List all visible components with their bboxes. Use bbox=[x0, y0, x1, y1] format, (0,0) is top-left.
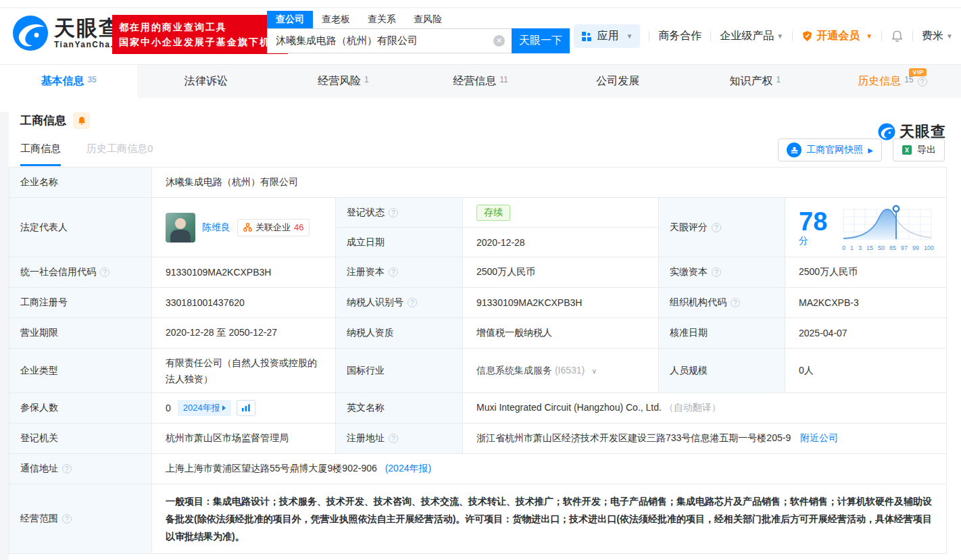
table-row: 参保人数 0 2024年报 bbox=[9, 393, 947, 424]
reg-no-value: 330181001437620 bbox=[152, 288, 336, 318]
reg-no-label: 工商注册号 bbox=[9, 288, 152, 318]
enterprise-products-menu[interactable]: 企业级产品 ▼ bbox=[720, 29, 783, 43]
legal-rep-name-link[interactable]: 陈维良 bbox=[202, 222, 230, 234]
reg-capital-value: 2500万人民币 bbox=[463, 257, 659, 288]
company-name-label: 企业名称 bbox=[9, 168, 152, 198]
english-name-value: Muxi Integrated Circuit (Hangzhou) Co., … bbox=[463, 393, 947, 424]
tab-label: 基本信息 bbox=[41, 74, 84, 88]
vip-badge: VIP bbox=[909, 68, 927, 76]
table-row: 通信地址? 上海上海市黄浦区望达路55号鼎博大厦9楼902-906 (2024年… bbox=[9, 454, 947, 484]
help-icon[interactable]: ? bbox=[408, 298, 417, 307]
tianyancha-logo-icon bbox=[12, 15, 49, 51]
help-icon[interactable]: ? bbox=[731, 298, 740, 307]
official-snapshot-button[interactable]: 工商官网快照 ▶ bbox=[778, 138, 882, 161]
tab-operating-info[interactable]: 经营信息 11 bbox=[412, 65, 549, 98]
help-icon[interactable]: ? bbox=[389, 268, 398, 277]
taxpayer-quali-value: 增值税一般纳税人 bbox=[463, 318, 659, 349]
business-info-section: 工商信息 天眼查 工商信息 历史工商信息0 bbox=[0, 112, 961, 554]
reg-capital-label: 注册资本? bbox=[336, 257, 463, 288]
tab-history-info[interactable]: VIP 历史信息 15 ? bbox=[824, 65, 961, 98]
arrow-right-icon bbox=[222, 405, 226, 411]
score-marker-pin bbox=[893, 206, 899, 211]
search-tab-relation[interactable]: 查关系 bbox=[359, 11, 405, 28]
arrow-right-icon: ▶ bbox=[868, 147, 873, 154]
company-section-tabs: 基本信息 35 法律诉讼 经营风险 1 经营信息 11 公司发展 知识产权 1 … bbox=[0, 64, 961, 98]
nav-divider bbox=[881, 31, 882, 41]
left-gutter bbox=[0, 112, 9, 560]
tyc-score-cell[interactable]: 78 分 bbox=[785, 198, 947, 257]
table-row: 法定代表人 陈维良 关联企业 46 bbox=[9, 198, 947, 228]
staff-size-value: 0人 bbox=[785, 349, 947, 393]
table-row: 企业名称 沐曦集成电路（杭州）有限公司 bbox=[9, 168, 947, 198]
section-title: 工商信息 bbox=[20, 113, 66, 128]
top-divider bbox=[0, 7, 961, 8]
reg-authority-label: 登记机关 bbox=[9, 424, 152, 454]
header-nav: 应用 ▼ 商务合作 企业级产品 ▼ 开通会员 ▼ 费米 bbox=[574, 24, 953, 48]
chevron-down-icon: ▼ bbox=[777, 32, 783, 40]
user-menu[interactable]: 费米 ▼ bbox=[922, 29, 953, 43]
notifications-bell[interactable] bbox=[891, 30, 904, 43]
tab-operating-risk[interactable]: 经营风险 1 bbox=[274, 65, 412, 98]
apps-label: 应用 bbox=[597, 29, 618, 43]
search-tab-company[interactable]: 查公司 bbox=[267, 11, 313, 28]
table-row: 经营范围? 一般项目：集成电路设计；技术服务、技术开发、技术咨询、技术交流、技术… bbox=[9, 484, 947, 554]
legal-rep-label: 法定代表人 bbox=[9, 198, 152, 257]
tab-intellectual-property[interactable]: 知识产权 1 bbox=[687, 65, 824, 98]
help-icon[interactable]: ? bbox=[389, 434, 398, 443]
business-cooperation-link[interactable]: 商务合作 bbox=[658, 29, 701, 43]
search-button[interactable]: 天眼一下 bbox=[512, 28, 570, 53]
tab-count: 1 bbox=[364, 75, 369, 84]
est-date-value: 2020-12-28 bbox=[463, 228, 659, 257]
table-row: 营业期限 2020-12-28 至 2050-12-27 纳税人资质 增值税一般… bbox=[9, 318, 947, 349]
reg-status-label: 登记状态? bbox=[336, 198, 463, 228]
auto-translate-note: （自动翻译） bbox=[664, 402, 721, 413]
industry-value: 信息系统集成服务 (I6531) ∨ bbox=[463, 349, 659, 393]
help-icon[interactable]: ? bbox=[918, 77, 927, 86]
search-tab-risk[interactable]: 查风险 bbox=[405, 11, 451, 28]
annual-report-badge[interactable]: 2024年报 bbox=[178, 400, 231, 416]
help-icon[interactable]: ? bbox=[389, 208, 398, 218]
export-button[interactable]: 导出 bbox=[893, 138, 945, 161]
tab-basic-info[interactable]: 基本信息 35 bbox=[0, 65, 137, 98]
insured-count-value: 0 2024年报 bbox=[152, 393, 336, 424]
help-icon[interactable]: ? bbox=[100, 268, 109, 277]
tab-label: 经营信息 bbox=[453, 74, 496, 88]
insured-trend-chart-button[interactable] bbox=[237, 400, 255, 416]
subtab-business-info[interactable]: 工商信息 bbox=[20, 143, 61, 166]
search-tab-boss[interactable]: 查老板 bbox=[313, 11, 359, 28]
credit-code-label: 统一社会信用代码? bbox=[9, 257, 152, 288]
help-icon[interactable]: ? bbox=[712, 268, 721, 277]
annual-report-link[interactable]: (2024年报) bbox=[385, 463, 431, 474]
reg-authority-value: 杭州市萧山区市场监督管理局 bbox=[152, 424, 336, 454]
legal-rep-avatar[interactable] bbox=[166, 213, 195, 243]
table-row: 企业类型 有限责任公司（自然人投资或控股的法人独资） 国标行业 信息系统集成服务… bbox=[9, 349, 947, 393]
export-label: 导出 bbox=[917, 144, 936, 156]
membership-crown-icon bbox=[802, 30, 813, 42]
tab-count: 35 bbox=[87, 75, 96, 84]
subscribe-bell-button[interactable] bbox=[73, 112, 90, 129]
subtab-history-business-info[interactable]: 历史工商信息0 bbox=[87, 143, 153, 166]
top-header: 天眼查 TianYanCha.com 都在用的商业查询工具 国家中小企业发展子基… bbox=[0, 0, 961, 64]
search-input[interactable] bbox=[267, 28, 512, 53]
business-scope-label: 经营范围? bbox=[9, 484, 152, 554]
industry-label: 国标行业 bbox=[336, 349, 463, 393]
help-icon[interactable]: ? bbox=[62, 514, 72, 524]
clear-search-icon[interactable]: ✕ bbox=[493, 35, 505, 47]
paid-capital-label: 实缴资本? bbox=[659, 257, 785, 288]
open-membership-menu[interactable]: 开通会员 ▼ bbox=[802, 29, 872, 43]
apps-menu[interactable]: 应用 ▼ bbox=[574, 24, 640, 48]
nearby-companies-link[interactable]: 附近公司 bbox=[800, 432, 838, 443]
org-code-label: 组织机构代码? bbox=[659, 288, 785, 318]
tab-company-development[interactable]: 公司发展 bbox=[549, 65, 687, 98]
search-tabs: 查公司 查老板 查关系 查风险 bbox=[267, 11, 570, 28]
help-icon[interactable]: ? bbox=[712, 223, 721, 232]
bell-icon bbox=[891, 30, 904, 43]
chevron-down-icon[interactable]: ∨ bbox=[591, 367, 597, 375]
help-icon[interactable]: ? bbox=[62, 464, 72, 474]
tab-legal-proceedings[interactable]: 法律诉讼 bbox=[137, 65, 274, 98]
chevron-down-icon: ▼ bbox=[866, 32, 872, 40]
tyc-score-label: 天眼评分? bbox=[659, 198, 785, 257]
slogan-line2: 国家中小企业发展子基金旗下机构 bbox=[119, 34, 281, 49]
mail-address-value: 上海上海市黄浦区望达路55号鼎博大厦9楼902-906 (2024年报) bbox=[152, 454, 947, 484]
related-companies-badge[interactable]: 关联企业 46 bbox=[237, 219, 310, 236]
